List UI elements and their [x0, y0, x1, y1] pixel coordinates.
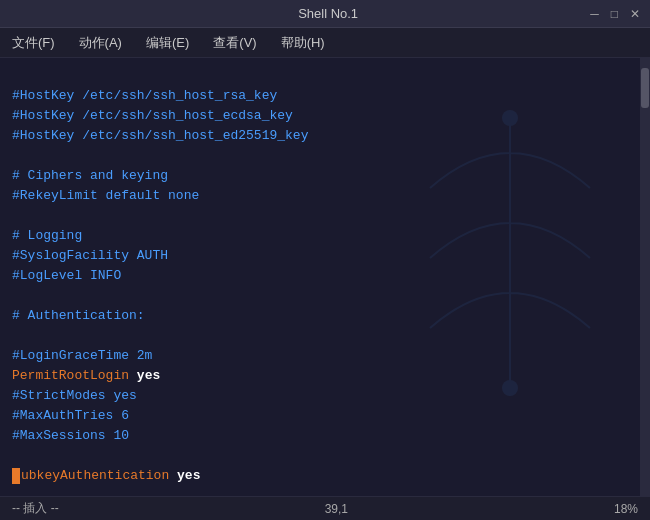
- line-20: [12, 446, 628, 466]
- line-8: [12, 206, 628, 226]
- line-3: #HostKey /etc/ssh/ssh_host_ecdsa_key: [12, 106, 628, 126]
- maximize-button[interactable]: □: [609, 7, 620, 21]
- line-16: PermitRootLogin yes: [12, 366, 628, 386]
- titlebar: Shell No.1 ─ □ ✕: [0, 0, 650, 28]
- line-18: #MaxAuthTries 6: [12, 406, 628, 426]
- line-11: #LogLevel INFO: [12, 266, 628, 286]
- status-position: 39,1: [325, 502, 348, 516]
- line-13: # Authentication:: [12, 306, 628, 326]
- line-17: #StrictModes yes: [12, 386, 628, 406]
- status-mode: -- 插入 --: [12, 500, 59, 517]
- line-6: # Ciphers and keying: [12, 166, 628, 186]
- text-cursor: [12, 468, 20, 484]
- editor-content[interactable]: #HostKey /etc/ssh/ssh_host_rsa_key #Host…: [0, 58, 640, 496]
- menu-action[interactable]: 动作(A): [75, 32, 126, 54]
- scrollbar-thumb[interactable]: [641, 68, 649, 108]
- scrollbar[interactable]: [640, 58, 650, 496]
- status-scroll: 18%: [614, 502, 638, 516]
- line-1: [12, 66, 628, 86]
- line-15: #LoginGraceTime 2m: [12, 346, 628, 366]
- menu-view[interactable]: 查看(V): [209, 32, 260, 54]
- editor-wrapper: #HostKey /etc/ssh/ssh_host_rsa_key #Host…: [0, 58, 650, 496]
- window-controls[interactable]: ─ □ ✕: [588, 7, 642, 21]
- menu-file[interactable]: 文件(F): [8, 32, 59, 54]
- menu-edit[interactable]: 编辑(E): [142, 32, 193, 54]
- line-22: [12, 486, 628, 496]
- line-10: #SyslogFacility AUTH: [12, 246, 628, 266]
- minimize-button[interactable]: ─: [588, 7, 601, 21]
- line-14: [12, 326, 628, 346]
- line-12: [12, 286, 628, 306]
- line-2: #HostKey /etc/ssh/ssh_host_rsa_key: [12, 86, 628, 106]
- line-7: #RekeyLimit default none: [12, 186, 628, 206]
- line-5: [12, 146, 628, 166]
- menubar: 文件(F) 动作(A) 编辑(E) 查看(V) 帮助(H): [0, 28, 650, 58]
- line-19: #MaxSessions 10: [12, 426, 628, 446]
- line-4: #HostKey /etc/ssh/ssh_host_ed25519_key: [12, 126, 628, 146]
- menu-help[interactable]: 帮助(H): [277, 32, 329, 54]
- line-21: ubkeyAuthentication yes: [12, 466, 628, 486]
- close-button[interactable]: ✕: [628, 7, 642, 21]
- window-title: Shell No.1: [68, 6, 588, 21]
- statusbar: -- 插入 -- 39,1 18%: [0, 496, 650, 520]
- line-9: # Logging: [12, 226, 628, 246]
